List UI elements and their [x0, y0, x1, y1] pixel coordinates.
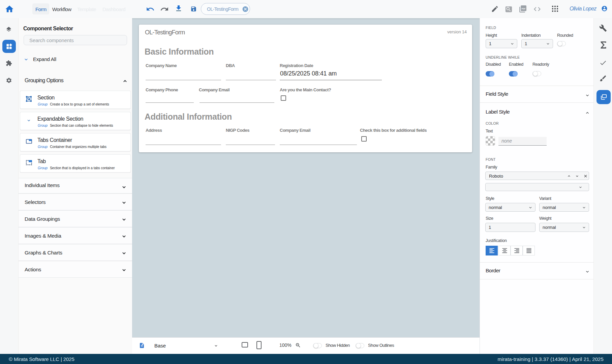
svg-text:PDF: PDF	[522, 8, 526, 10]
